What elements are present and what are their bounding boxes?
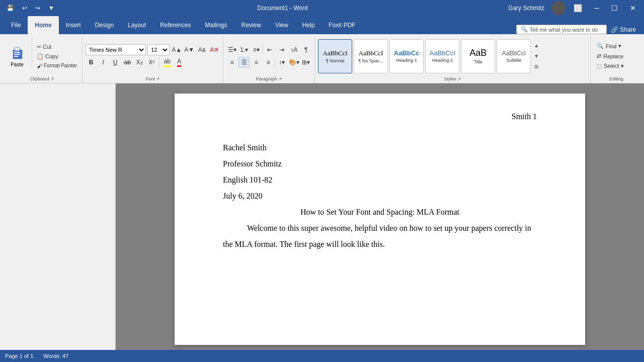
select-button[interactable]: ⬚ Select ▾ [594,62,639,70]
scroll-area[interactable]: Smith 1 Rachel Smith Professor Schmitz E… [116,83,644,350]
show-paragraph-button[interactable]: ¶ [300,44,311,55]
font-color-button[interactable]: A [174,57,185,68]
change-case-button[interactable]: Aa [196,44,207,55]
styles-scroll-up[interactable]: ▲ [532,41,540,51]
subscript-button[interactable]: X₂ [134,57,145,68]
title-bar-left: 💾 ↩ ↪ ▼ [4,4,57,13]
style-heading1[interactable]: AaBbCc Heading 1 [389,39,424,73]
copy-button[interactable]: 📋 Copy [35,52,79,61]
font-family-select[interactable]: Times New R Arial Calibri [86,44,146,55]
style-normal[interactable]: AaBbCcI ¶ Normal [318,39,352,73]
editing-group-content: 🔍 Find ▾ ⇄ Replace ⬚ Select ▾ [594,37,639,75]
shading-button[interactable]: 🎨▾ [288,57,299,68]
editing-controls: 🔍 Find ▾ ⇄ Replace ⬚ Select ▾ [594,42,639,70]
increase-font-button[interactable]: A▲ [171,44,182,55]
ribbon-display-button[interactable]: ⬜ [570,3,586,13]
find-icon: 🔍 [597,43,604,49]
maximize-button[interactable]: ☐ [607,3,622,13]
status-bar: Page 1 of 1 Words: 47 [0,350,644,362]
underline-button[interactable]: U [110,57,121,68]
tab-foxit-pdf[interactable]: Foxit PDF [321,16,362,34]
font-size-select[interactable]: 12 10 11 14 16 [147,44,170,55]
tab-file[interactable]: File [4,16,28,34]
styles-group: AaBbCcI ¶ Normal AaBbCcI ¶ No Spac... Aa… [315,36,591,83]
tab-mailings[interactable]: Mailings [198,16,234,34]
tab-insert[interactable]: Insert [59,16,88,34]
styles-scroll-down[interactable]: ▼ [532,51,540,61]
title-bar-title: Document1 - Word [57,5,508,12]
superscript-button[interactable]: X² [146,57,157,68]
text-highlight-button[interactable]: ab [162,57,173,68]
paste-button[interactable]: Paste [5,37,29,75]
styles-more-button[interactable]: ⊞ [532,62,540,72]
sort-button[interactable]: ↕A [288,44,299,55]
style-no-spacing[interactable]: AaBbCcI ¶ No Spac... [354,39,388,73]
strikethrough-button[interactable]: ab [122,57,133,68]
redo-button[interactable]: ↪ [33,4,43,13]
undo-button[interactable]: ↩ [20,4,30,13]
title-bar: 💾 ↩ ↪ ▼ Document1 - Word Gary Schmitz ⬜ … [0,0,644,16]
tab-view[interactable]: View [268,16,295,34]
para-controls: ☰▾ 1.▾ ≡▾ ⇤ ⇥ ↕A ¶ ≡ ☰ ≡ ≡ ↕▾ 🎨▾ [226,44,311,68]
style-title[interactable]: AaB Title [461,39,495,73]
customize-qat-button[interactable]: ▼ [46,4,57,13]
paragraph-group: ☰▾ 1.▾ ≡▾ ⇤ ⇥ ↕A ¶ ≡ ☰ ≡ ≡ ↕▾ 🎨▾ [223,36,315,83]
italic-button[interactable]: I [98,57,109,68]
replace-button[interactable]: ⇄ Replace [594,52,639,60]
decrease-indent-button[interactable]: ⇤ [264,44,275,55]
find-button[interactable]: 🔍 Find ▾ [594,42,639,50]
bullets-button[interactable]: ☰▾ [226,44,237,55]
professor-line: Professor Schmitz [223,156,537,172]
align-right-button[interactable]: ≡ [251,57,262,68]
tab-home[interactable]: Home [28,16,58,34]
style-normal-label: ¶ Normal [326,58,344,63]
style-heading2-label: Heading 2 [432,58,453,63]
decrease-font-button[interactable]: A▼ [184,44,195,55]
paragraph-expand-icon[interactable]: ↗ [278,76,282,81]
align-center-button[interactable]: ☰ [238,57,250,68]
tell-me-box[interactable]: 🔍 Tell me what you want to do [516,25,607,34]
document-body: Welcome to this super awesome, helpful v… [223,220,537,252]
tab-references[interactable]: References [153,16,198,34]
ribbon: Paste ✂ Cut 📋 Copy 🖌 Format Painter Clip [0,34,644,83]
tab-design[interactable]: Design [88,16,121,34]
tab-review[interactable]: Review [234,16,268,34]
document-page[interactable]: Smith 1 Rachel Smith Professor Schmitz E… [175,94,585,345]
clipboard-expand-icon[interactable]: ↗ [50,76,54,81]
close-button[interactable]: ✕ [626,3,640,13]
paragraph-label: Paragraph ↗ [226,75,311,83]
document-content[interactable]: Rachel Smith Professor Schmitz English 1… [223,140,537,252]
course-line: English 101-82 [223,172,537,188]
highlight-icon: ab [164,58,170,67]
justify-button[interactable]: ≡ [263,57,274,68]
minimize-button[interactable]: ─ [590,3,603,13]
style-heading2[interactable]: AaBbCcI Heading 2 [425,39,459,73]
format-painter-icon: 🖌 [37,63,42,69]
styles-scroll: ▲ ▼ ⊞ [532,41,540,72]
font-name-row: Times New R Arial Calibri 12 10 11 14 16… [86,44,220,55]
font-expand-icon[interactable]: ↗ [156,76,160,81]
tab-help[interactable]: Help [295,16,322,34]
svg-rect-4 [14,56,18,57]
document-title: How to Set Your Font and Spacing: MLA Fo… [223,204,537,220]
multilevel-button[interactable]: ≡▾ [251,44,262,55]
borders-button[interactable]: ⊞▾ [300,57,311,68]
cut-button[interactable]: ✂ Cut [35,43,79,51]
align-left-button[interactable]: ≡ [226,57,237,68]
style-subtitle[interactable]: AaBbCcI Subtitle [497,39,531,73]
format-painter-button[interactable]: 🖌 Format Painter [35,62,79,70]
tell-me-text: Tell me what you want to do [530,27,598,33]
styles-expand-icon[interactable]: ↗ [457,76,461,81]
ribbon-tabs: File Home Insert Design Layout Reference… [0,16,644,34]
para-sep2 [275,57,275,67]
increase-indent-button[interactable]: ⇥ [276,44,287,55]
share-button[interactable]: 🔗 Share [611,26,636,33]
clear-formatting-button[interactable]: A✕ [209,44,220,55]
clipboard-sub: ✂ Cut 📋 Copy 🖌 Format Painter [35,37,79,75]
bold-button[interactable]: B [86,57,97,68]
save-button[interactable]: 💾 [4,4,17,13]
numbering-button[interactable]: 1.▾ [238,44,250,55]
line-spacing-button[interactable]: ↕▾ [276,57,287,68]
user-avatar[interactable] [551,1,566,15]
tab-layout[interactable]: Layout [121,16,153,34]
